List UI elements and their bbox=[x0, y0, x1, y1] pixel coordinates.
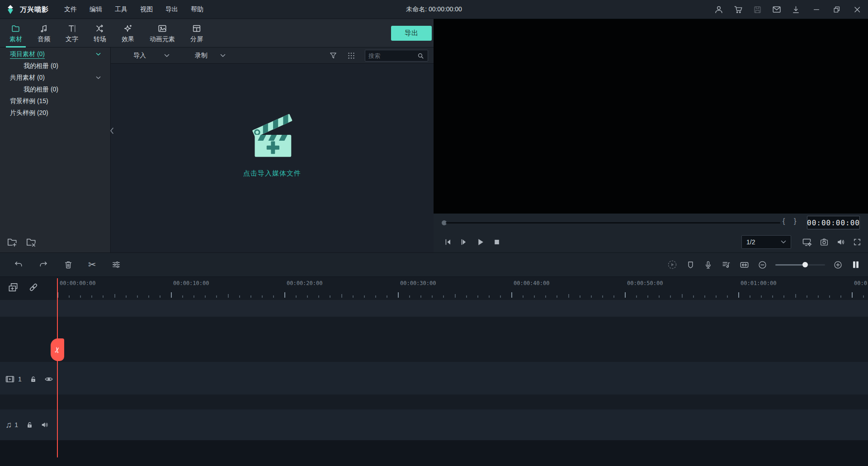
sidebar-item-background-samples[interactable]: 背景样例 (15) bbox=[0, 95, 111, 107]
mute-track-speaker-icon[interactable] bbox=[40, 420, 49, 429]
search-box[interactable] bbox=[365, 50, 428, 62]
ruler-tick bbox=[80, 295, 81, 298]
render-preview-icon[interactable] bbox=[667, 259, 678, 270]
split-scissors-icon[interactable]: ✂ bbox=[88, 259, 96, 270]
search-input[interactable] bbox=[368, 52, 417, 59]
import-chevron-icon[interactable] bbox=[164, 54, 170, 57]
close-button[interactable] bbox=[853, 5, 862, 14]
mark-out-icon[interactable]: } bbox=[794, 217, 796, 225]
sidebar-item-my-album[interactable]: 我的相册 (0) bbox=[0, 60, 111, 72]
delete-icon[interactable] bbox=[63, 260, 73, 270]
ruler-tick bbox=[500, 295, 501, 298]
zoom-slider-handle[interactable] bbox=[802, 262, 808, 267]
restore-button[interactable] bbox=[832, 5, 841, 14]
store-cart-icon[interactable] bbox=[733, 5, 743, 14]
transition-icon bbox=[95, 24, 105, 33]
sidebar-item-my-album-shared[interactable]: 我的相册 (0) bbox=[0, 84, 111, 95]
stop-button[interactable] bbox=[492, 238, 501, 247]
save-icon[interactable] bbox=[753, 5, 762, 14]
undo-icon[interactable] bbox=[14, 260, 24, 270]
marker-icon[interactable] bbox=[686, 260, 695, 270]
lock-track-icon[interactable] bbox=[25, 421, 34, 429]
record-chevron-icon[interactable] bbox=[220, 54, 226, 57]
ruler-tick bbox=[613, 295, 614, 298]
menu-edit[interactable]: 编辑 bbox=[83, 0, 108, 19]
add-folder-icon[interactable] bbox=[6, 236, 18, 248]
tab-split-screen[interactable]: 分屏 bbox=[183, 19, 211, 48]
ruler-tick bbox=[580, 295, 580, 298]
link-clips-icon[interactable] bbox=[28, 281, 39, 293]
redo-icon[interactable] bbox=[38, 260, 48, 270]
menu-file[interactable]: 文件 bbox=[58, 0, 83, 19]
chevron-down-icon[interactable] bbox=[96, 76, 101, 80]
display-settings-icon[interactable] bbox=[802, 237, 812, 247]
tab-label: 动画元素 bbox=[150, 35, 175, 43]
timeline-zoom-slider[interactable] bbox=[775, 262, 825, 267]
sidebar-item-intro-samples[interactable]: 片头样例 (20) bbox=[0, 107, 111, 119]
zoom-in-icon[interactable] bbox=[833, 260, 843, 270]
scrubber-track[interactable] bbox=[446, 222, 780, 223]
timeline-bottom-band bbox=[0, 440, 868, 466]
volume-icon[interactable] bbox=[836, 237, 846, 247]
tab-audio[interactable]: 音频 bbox=[30, 19, 58, 48]
zoom-out-icon[interactable] bbox=[758, 260, 767, 270]
tab-media[interactable]: 素材 bbox=[2, 19, 30, 48]
tab-elements[interactable]: 动画元素 bbox=[142, 19, 183, 48]
tab-effects[interactable]: 效果 bbox=[114, 19, 142, 48]
voiceover-mic-icon[interactable] bbox=[703, 260, 713, 270]
search-icon[interactable] bbox=[417, 52, 425, 60]
menu-help[interactable]: 帮助 bbox=[184, 0, 210, 19]
audio-track-icon: ♫ bbox=[5, 420, 12, 430]
download-icon[interactable] bbox=[791, 5, 801, 14]
timeline-ruler[interactable]: 00:00:00:0000:00:10:0000:00:20:0000:00:3… bbox=[57, 277, 868, 300]
sidebar-item-project-media[interactable]: 项目素材 (0) bbox=[0, 48, 111, 60]
account-icon[interactable] bbox=[714, 5, 724, 14]
ruler-tick bbox=[602, 295, 603, 298]
grid-view-icon[interactable] bbox=[347, 51, 356, 60]
snapshot-camera-icon[interactable] bbox=[819, 237, 829, 247]
adjust-sliders-icon[interactable] bbox=[111, 260, 121, 270]
minimize-button[interactable] bbox=[812, 5, 821, 14]
ruler-label: 00:00:20:00 bbox=[287, 280, 322, 286]
play-button[interactable] bbox=[475, 237, 485, 247]
ruler-tick bbox=[636, 295, 637, 298]
tab-text[interactable]: 文字 bbox=[58, 19, 86, 48]
toggle-visibility-eye-icon[interactable] bbox=[44, 374, 54, 384]
playhead-scissors-handle[interactable]: ✂ bbox=[51, 338, 64, 361]
timeline-playhead[interactable] bbox=[57, 278, 58, 457]
chevron-down-icon[interactable] bbox=[96, 52, 101, 56]
next-frame-button[interactable] bbox=[459, 238, 468, 247]
ruler-tick bbox=[716, 295, 717, 298]
delete-folder-icon[interactable] bbox=[25, 236, 37, 248]
menu-tools[interactable]: 工具 bbox=[108, 0, 134, 19]
fullscreen-icon[interactable] bbox=[853, 238, 862, 247]
previous-frame-button[interactable] bbox=[443, 238, 453, 247]
export-button[interactable]: 导出 bbox=[391, 26, 432, 41]
ruler-tick bbox=[284, 292, 285, 298]
ruler-tick bbox=[262, 295, 263, 298]
collapse-panel-icon[interactable] bbox=[110, 127, 114, 134]
audio-track-lane[interactable] bbox=[0, 409, 868, 440]
import-drop-zone[interactable]: 点击导入媒体文件 bbox=[111, 64, 434, 252]
menu-export[interactable]: 导出 bbox=[159, 0, 184, 19]
filter-icon[interactable] bbox=[329, 51, 338, 60]
tab-transitions[interactable]: 转场 bbox=[86, 19, 114, 48]
record-button[interactable]: 录制 bbox=[195, 52, 208, 60]
feedback-mail-icon[interactable] bbox=[772, 5, 782, 14]
import-button[interactable]: 导入 bbox=[133, 52, 146, 60]
sidebar-item-shared-media[interactable]: 共用素材 (0) bbox=[0, 72, 111, 84]
fit-timeline-icon[interactable] bbox=[739, 260, 750, 270]
menu-view[interactable]: 视图 bbox=[134, 0, 159, 19]
playback-quality-dropdown[interactable]: 1/2 bbox=[741, 235, 791, 249]
mark-in-icon[interactable]: { bbox=[783, 217, 785, 225]
preview-controls-row: 1/2 bbox=[434, 232, 868, 252]
ruler-tick bbox=[466, 295, 467, 298]
add-track-icon[interactable] bbox=[7, 281, 19, 293]
video-track-lane[interactable] bbox=[0, 362, 868, 395]
panel-layout-icon[interactable] bbox=[851, 260, 861, 270]
audio-mixer-icon[interactable] bbox=[721, 260, 731, 270]
ruler-tick bbox=[840, 295, 841, 298]
ruler-label: 00:00:40:00 bbox=[514, 280, 549, 286]
lock-track-icon[interactable] bbox=[29, 375, 38, 384]
ruler-tick bbox=[523, 295, 524, 298]
